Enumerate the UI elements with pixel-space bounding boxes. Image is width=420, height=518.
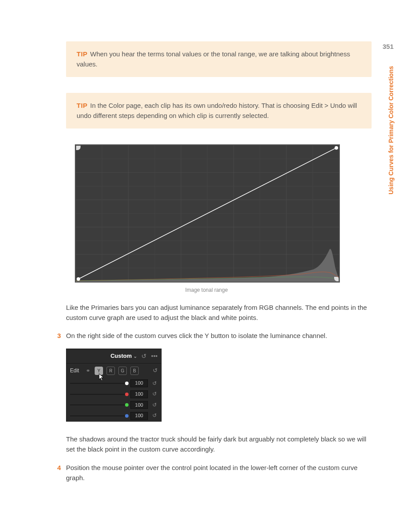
custom-curve-graph[interactable] [75,144,340,283]
slider-handle[interactable] [125,403,129,407]
tip-box: TIPIn the Color page, each clip has its … [66,93,372,129]
panel-title-label: Custom [111,352,132,360]
channel-slider-row: 100↺ [66,389,161,400]
slider-track[interactable] [70,415,127,416]
channel-b-button[interactable]: B [130,367,139,375]
curve-graph-figure: Tonal range [75,144,372,283]
more-icon[interactable]: ••• [151,353,158,359]
slider-track[interactable] [70,394,127,395]
curve-x-axis-label: Image tonal range [75,286,338,294]
step-number: 3 [57,331,66,341]
reset-icon[interactable]: ↺ [151,411,158,420]
tip-box: TIPWhen you hear the terms tonal values … [66,41,372,77]
body-paragraph: Like the Primaries bars you can adjust l… [66,302,372,323]
step-item: 4 Position the mouse pointer over the co… [57,463,372,483]
page-number: 351 [383,41,394,51]
curves-edit-panel: Custom ⌄ ↺ ••• Edit ⚭ Y R G B ↺ 100↺100↺… [66,349,162,422]
channel-slider-row: 100↺ [66,410,161,421]
channel-slider-row: 100↺ [66,378,161,389]
section-side-label: Using Curves for Primary Color Correctio… [387,66,396,195]
slider-value[interactable]: 100 [130,412,148,420]
tip-label: TIP [77,102,88,109]
curve-grid [76,145,339,282]
body-paragraph: The shadows around the tractor truck sho… [66,434,372,455]
chevron-down-icon: ⌄ [133,353,137,360]
slider-value[interactable]: 100 [130,390,148,398]
reset-icon[interactable]: ↺ [151,390,158,398]
channel-slider-row: 100↺ [66,400,161,411]
tip-text: In the Color page, each clip has its own… [77,102,357,119]
slider-track[interactable] [70,383,127,384]
channel-y-button[interactable]: Y [95,367,103,375]
curve-black-point[interactable] [77,277,80,281]
reset-icon[interactable]: ↺ [151,401,158,409]
step-item: 3 On the right side of the custom curves… [57,331,372,341]
tip-text: When you hear the terms tonal values or … [77,50,350,68]
slider-handle[interactable] [125,414,129,418]
channel-g-button[interactable]: G [118,367,127,375]
slider-value[interactable]: 100 [130,379,148,387]
curve-white-point[interactable] [335,146,338,150]
slider-value[interactable]: 100 [130,401,148,409]
corner-handle-top-left[interactable] [76,146,81,150]
reset-icon[interactable]: ↺ [153,366,158,375]
edit-label: Edit [70,367,82,375]
step-text: On the right side of the custom curves c… [66,331,372,341]
slider-handle[interactable] [125,393,129,396]
step-number: 4 [57,463,66,483]
channel-r-button[interactable]: R [107,367,115,375]
slider-handle[interactable] [125,382,129,385]
tip-label: TIP [77,50,88,58]
reset-icon[interactable]: ↺ [151,379,158,388]
step-text: Position the mouse pointer over the cont… [66,463,372,483]
slider-track[interactable] [70,404,127,405]
reset-icon[interactable]: ↺ [141,353,147,359]
link-icon[interactable]: ⚭ [86,367,90,375]
panel-title[interactable]: Custom ⌄ [111,352,137,360]
